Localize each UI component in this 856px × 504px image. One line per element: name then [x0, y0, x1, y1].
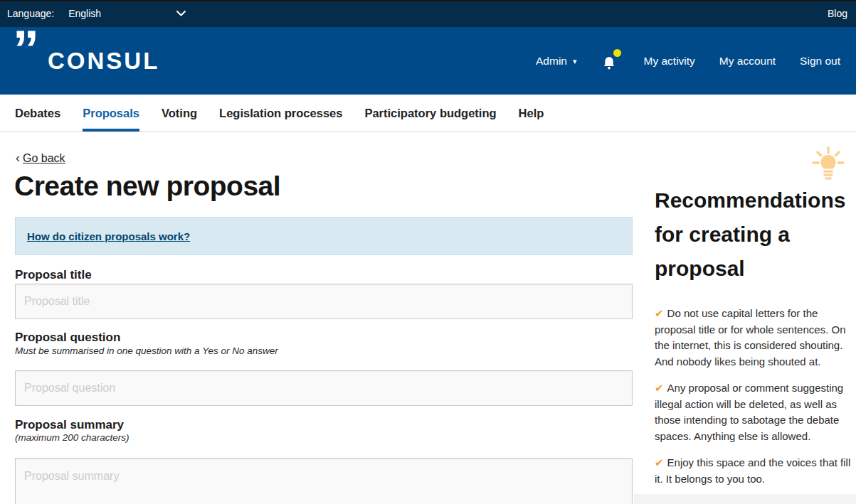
admin-label: Admin [536, 55, 567, 68]
go-back-link[interactable]: ‹Go back [16, 151, 65, 166]
recommendations-title: Recommendations for creating a proposal [655, 183, 856, 286]
check-icon: ✔ [655, 307, 664, 319]
header-user-menu: Admin ▾ My activity My account Sign out [536, 27, 840, 95]
proposal-summary-label: Proposal summary [15, 418, 124, 432]
my-activity-link[interactable]: My activity [644, 55, 695, 68]
proposal-question-helper: Must be summarised in one question with … [15, 345, 278, 356]
info-callout: How do citizen proposals work? [15, 217, 633, 255]
proposal-summary-textarea[interactable] [15, 458, 633, 504]
nav-legislation-processes[interactable]: Legislation processes [219, 95, 342, 132]
recommendation-text: Enjoy this space and the voices that fil… [655, 456, 850, 485]
chevron-left-icon: ‹ [16, 151, 20, 165]
consul-logo[interactable]: ” CONSUL [13, 48, 159, 75]
language-label: Language: [7, 8, 54, 19]
logo-text: CONSUL [48, 48, 159, 75]
bell-icon [601, 55, 617, 72]
language-selector[interactable]: Language: English [7, 8, 186, 19]
caret-down-icon: ▾ [573, 57, 577, 66]
how-proposals-work-link[interactable]: How do citizen proposals work? [27, 230, 190, 242]
recommendation-item: ✔Enjoy this space and the voices that fi… [655, 455, 854, 487]
main-nav: Debates Proposals Voting Legislation pro… [0, 95, 856, 132]
nav-voting[interactable]: Voting [162, 95, 197, 132]
footer-edge [634, 494, 856, 504]
proposal-question-label: Proposal question [15, 331, 120, 345]
go-back-label: Go back [23, 152, 65, 164]
nav-debates[interactable]: Debates [15, 95, 60, 132]
my-account-link[interactable]: My account [719, 55, 776, 68]
check-icon: ✔ [655, 382, 664, 394]
recommendation-item: ✔Do not use capital letters for the prop… [655, 306, 854, 370]
proposal-summary-helper: (maximum 200 characters) [15, 432, 130, 443]
blog-link[interactable]: Blog [828, 0, 847, 27]
nav-participatory-budgeting[interactable]: Participatory budgeting [364, 95, 496, 132]
language-value[interactable]: English [68, 8, 101, 19]
recommendations-list: ✔Do not use capital letters for the prop… [655, 306, 854, 498]
top-black-strip [0, 0, 856, 1]
recommendation-text: Do not use capital letters for the propo… [655, 307, 845, 368]
proposal-title-input[interactable] [15, 284, 633, 319]
nav-help[interactable]: Help [519, 95, 544, 132]
page-title: Create new proposal [14, 171, 280, 202]
proposal-question-input[interactable] [15, 370, 633, 406]
check-icon: ✔ [655, 456, 664, 468]
admin-menu[interactable]: Admin ▾ [536, 55, 576, 68]
proposal-title-label: Proposal title [15, 268, 92, 282]
nav-proposals[interactable]: Proposals [83, 95, 139, 132]
page: Language: English Blog ” CONSUL Admin ▾ [0, 0, 856, 504]
sign-out-link[interactable]: Sign out [800, 55, 840, 68]
notifications-button[interactable] [601, 50, 620, 72]
chevron-down-icon[interactable] [176, 10, 186, 17]
lightbulb-icon [812, 146, 845, 186]
recommendation-text: Any proposal or comment suggesting illeg… [655, 382, 843, 442]
main-header: ” CONSUL Admin ▾ My activity My account … [0, 27, 856, 95]
notification-dot [613, 49, 621, 57]
recommendation-item: ✔Any proposal or comment suggesting ille… [655, 380, 854, 444]
utility-bar: Language: English Blog [0, 0, 856, 27]
